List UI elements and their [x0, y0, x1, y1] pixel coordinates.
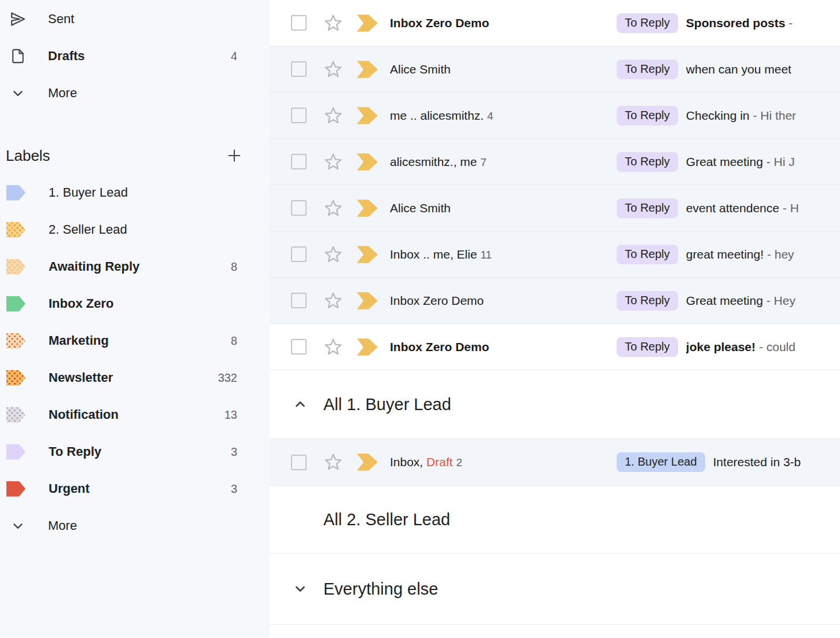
label-tag-icon — [6, 481, 25, 497]
labels-title: Labels — [6, 147, 224, 165]
label-name: 1. Buyer Lead — [49, 185, 237, 200]
label-name: 2. Seller Lead — [49, 222, 237, 237]
star-icon[interactable] — [324, 199, 342, 217]
sidebar-label-buyer-lead[interactable]: 1. Buyer Lead — [0, 174, 270, 211]
sidebar-item-sent[interactable]: Sent — [0, 1, 270, 38]
label-badge-to-reply[interactable]: To Reply — [617, 198, 678, 218]
label-tag-icon — [6, 370, 25, 386]
sidebar-label-notification[interactable]: Notification 13 — [0, 396, 270, 433]
chevron-down-icon[interactable] — [292, 581, 308, 597]
sidebar-item-label: More — [48, 518, 237, 533]
sidebar-label-inbox-zero[interactable]: Inbox Zero — [0, 285, 270, 322]
labels-header: Labels — [0, 137, 270, 174]
importance-marker-icon[interactable] — [357, 453, 378, 471]
star-icon[interactable] — [324, 453, 342, 471]
section-header-buyer-lead: All 1. Buyer Lead — [270, 370, 840, 438]
label-tag-icon — [6, 296, 25, 312]
sidebar-item-label: Drafts — [48, 49, 231, 64]
email-row[interactable]: Inbox .. me, Elie 11 To Reply great meet… — [270, 231, 840, 278]
importance-marker-icon[interactable] — [357, 292, 378, 309]
label-count: 3 — [231, 445, 237, 459]
label-count: 13 — [224, 408, 237, 422]
importance-marker-icon[interactable] — [357, 246, 378, 263]
sidebar-item-count: 4 — [231, 50, 237, 63]
sidebar-label-awaiting-reply[interactable]: Awaiting Reply 8 — [0, 248, 270, 285]
email-row[interactable]: Alice Smith To Reply when can you meet — [270, 46, 840, 93]
importance-marker-icon[interactable] — [357, 107, 378, 124]
sidebar-item-label: More — [48, 86, 237, 101]
select-checkbox[interactable] — [291, 339, 307, 355]
subject-snippet: joke please! - could — [686, 340, 840, 354]
email-row-buyer-lead[interactable]: Inbox, Draft 2 1. Buyer Lead Interested … — [270, 438, 840, 486]
label-tag-icon — [6, 185, 25, 201]
sender: Inbox, Draft 2 — [390, 455, 617, 469]
subject-snippet: when can you meet — [686, 62, 840, 76]
email-row[interactable]: alicesmithz., me 7 To Reply Great meetin… — [270, 139, 840, 185]
label-badge-to-reply[interactable]: To Reply — [617, 13, 678, 33]
label-tag-icon — [6, 407, 25, 423]
sidebar-label-marketing[interactable]: Marketing 8 — [0, 322, 270, 359]
select-checkbox[interactable] — [291, 61, 307, 77]
subject-snippet: Interested in 3-b — [713, 455, 840, 469]
importance-marker-icon[interactable] — [357, 338, 378, 356]
importance-marker-icon[interactable] — [357, 61, 378, 78]
sidebar-labels-more[interactable]: More — [0, 507, 270, 544]
star-icon[interactable] — [324, 14, 342, 32]
sender: me .. alicesmithz. 4 — [390, 109, 617, 123]
label-count: 8 — [231, 334, 237, 348]
label-count: 332 — [218, 371, 237, 385]
create-label-plus-icon[interactable] — [224, 146, 244, 165]
importance-marker-icon[interactable] — [357, 14, 378, 32]
label-badge-to-reply[interactable]: To Reply — [617, 245, 678, 264]
star-icon[interactable] — [324, 153, 342, 171]
sidebar-item-more[interactable]: More — [0, 75, 270, 112]
sender: Inbox .. me, Elie 11 — [390, 248, 617, 261]
label-tag-icon — [6, 333, 25, 349]
sidebar-label-newsletter[interactable]: Newsletter 332 — [0, 359, 270, 396]
sender: Inbox Zero Demo — [390, 294, 617, 308]
select-checkbox[interactable] — [291, 246, 307, 262]
sidebar-label-to-reply[interactable]: To Reply 3 — [0, 433, 270, 470]
sidebar-item-drafts[interactable]: Drafts 4 — [0, 38, 270, 75]
subject-snippet: event attendence - H — [686, 201, 840, 215]
sender: alicesmithz., me 7 — [390, 155, 617, 169]
select-checkbox[interactable] — [291, 154, 307, 169]
label-badge-to-reply[interactable]: To Reply — [617, 60, 678, 79]
subject-snippet: Checking in - Hi ther — [686, 109, 840, 123]
email-row[interactable]: Inbox Zero Demo To Reply Sponsored posts… — [270, 0, 840, 46]
label-tag-icon — [6, 444, 25, 460]
importance-marker-icon[interactable] — [357, 200, 378, 217]
label-tag-icon — [6, 222, 25, 238]
star-icon[interactable] — [324, 338, 342, 356]
chevron-down-icon — [8, 516, 28, 536]
sidebar-item-label: Sent — [48, 12, 237, 27]
email-row[interactable]: Alice Smith To Reply event attendence - … — [270, 185, 840, 231]
label-name: Newsletter — [49, 370, 218, 385]
importance-marker-icon[interactable] — [357, 153, 378, 171]
star-icon[interactable] — [324, 245, 342, 264]
select-checkbox[interactable] — [291, 15, 307, 31]
label-badge-to-reply[interactable]: To Reply — [617, 337, 678, 357]
label-badge-buyer-lead[interactable]: 1. Buyer Lead — [617, 452, 705, 472]
email-row[interactable]: Inbox Zero Demo To Reply joke please! - … — [270, 324, 840, 370]
email-row[interactable]: me .. alicesmithz. 4 To Reply Checking i… — [270, 93, 840, 139]
label-badge-to-reply[interactable]: To Reply — [617, 106, 678, 126]
subject-snippet: Great meeting - Hey — [686, 294, 840, 308]
select-checkbox[interactable] — [291, 293, 307, 308]
label-name: Notification — [49, 407, 224, 422]
label-count: 8 — [231, 260, 237, 274]
select-checkbox[interactable] — [291, 108, 307, 123]
label-badge-to-reply[interactable]: To Reply — [617, 152, 678, 172]
email-row[interactable]: Inbox Zero Demo To Reply Great meeting -… — [270, 278, 840, 324]
chevron-up-icon[interactable] — [292, 396, 308, 412]
label-badge-to-reply[interactable]: To Reply — [617, 291, 678, 311]
gmail-app: Sent Drafts 4 More Labels — [0, 0, 840, 638]
select-checkbox[interactable] — [291, 455, 307, 470]
sidebar-label-seller-lead[interactable]: 2. Seller Lead — [0, 211, 270, 248]
sidebar-label-urgent[interactable]: Urgent 3 — [0, 470, 270, 507]
star-icon[interactable] — [324, 292, 342, 310]
draft-icon — [8, 46, 28, 66]
select-checkbox[interactable] — [291, 200, 307, 216]
star-icon[interactable] — [324, 106, 342, 125]
star-icon[interactable] — [324, 60, 342, 79]
